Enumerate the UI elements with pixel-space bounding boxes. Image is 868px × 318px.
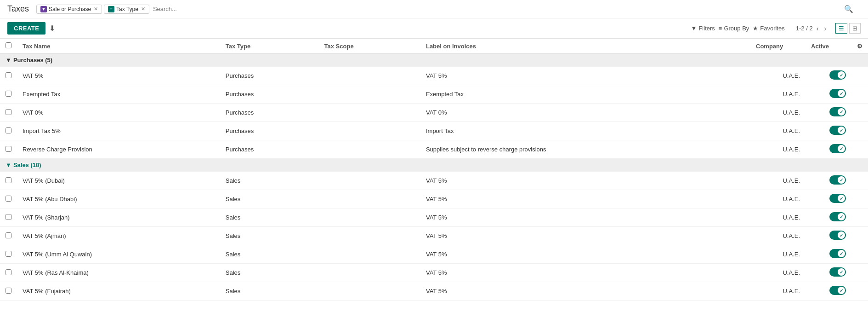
cell-tax-name: VAT 5% (Umm Al Quwain) xyxy=(17,245,220,264)
cell-tax-type: Sales xyxy=(220,208,319,227)
active-toggle[interactable]: ✓ xyxy=(829,89,846,98)
cell-tax-scope xyxy=(319,264,420,282)
pagination-next[interactable]: › xyxy=(822,24,828,33)
row-checkbox[interactable] xyxy=(6,251,11,257)
table-row[interactable]: Import Tax 5%PurchasesImport TaxU.A.E. ✓ xyxy=(0,122,868,140)
row-checkbox-cell xyxy=(0,245,17,264)
table-row[interactable]: VAT 5% (Umm Al Quwain)SalesVAT 5%U.A.E. … xyxy=(0,245,868,264)
filter-tags: ▼ Sale or Purchase ✕ ≡ Tax Type ✕ xyxy=(36,5,149,14)
filter-tag-sale-or-purchase[interactable]: ▼ Sale or Purchase ✕ xyxy=(36,5,102,14)
row-checkbox[interactable] xyxy=(6,91,11,97)
cell-adjust xyxy=(851,122,868,140)
cell-label-on-invoices: VAT 5% xyxy=(420,208,750,227)
table-row[interactable]: VAT 5% (Ajman)SalesVAT 5%U.A.E. ✓ xyxy=(0,227,868,245)
favorites-button[interactable]: ★ Favorites xyxy=(753,25,784,32)
row-checkbox[interactable] xyxy=(6,177,11,183)
cell-label-on-invoices: Import Tax xyxy=(420,122,750,140)
active-toggle[interactable]: ✓ xyxy=(829,249,846,258)
cell-active: ✓ xyxy=(806,104,851,122)
adjust-columns-icon[interactable]: ⚙ xyxy=(857,43,862,50)
table-row[interactable]: VAT 5% (Fujairah)SalesVAT 5%U.A.E. ✓ xyxy=(0,282,868,301)
header-label-on-invoices: Label on Invoices xyxy=(420,39,750,54)
cell-tax-type: Sales xyxy=(220,245,319,264)
header-tax-name: Tax Name xyxy=(17,39,220,54)
group-header-purchases[interactable]: ▼Purchases (5) xyxy=(0,54,868,67)
filter-icon-tax-type: ≡ xyxy=(108,6,114,12)
active-toggle[interactable]: ✓ xyxy=(829,107,846,116)
cell-tax-name: Import Tax 5% xyxy=(17,122,220,140)
table-row[interactable]: VAT 5% (Ras Al-Khaima)SalesVAT 5%U.A.E. … xyxy=(0,264,868,282)
cell-active: ✓ xyxy=(806,282,851,301)
active-toggle[interactable]: ✓ xyxy=(829,194,846,203)
cell-tax-name: VAT 5% (Fujairah) xyxy=(17,282,220,301)
active-toggle[interactable]: ✓ xyxy=(829,175,846,185)
cell-tax-scope xyxy=(319,122,420,140)
active-toggle[interactable]: ✓ xyxy=(829,126,846,135)
table-row[interactable]: VAT 5% (Sharjah)SalesVAT 5%U.A.E. ✓ xyxy=(0,208,868,227)
active-toggle[interactable]: ✓ xyxy=(829,286,846,295)
kanban-view-button[interactable]: ⊞ xyxy=(849,23,861,34)
filter-tag-tax-type[interactable]: ≡ Tax Type ✕ xyxy=(104,5,149,14)
filter-close-tax-type[interactable]: ✕ xyxy=(141,6,145,12)
active-toggle[interactable]: ✓ xyxy=(829,231,846,240)
filters-button[interactable]: ▼ Filters xyxy=(691,25,715,32)
pagination: 1-2 / 2 ‹ › xyxy=(796,24,828,33)
cell-company: U.A.E. xyxy=(750,122,806,140)
row-checkbox[interactable] xyxy=(6,196,11,202)
cell-tax-scope xyxy=(319,190,420,208)
cell-adjust xyxy=(851,104,868,122)
group-header-sales[interactable]: ▼Sales (18) xyxy=(0,159,868,172)
cell-tax-type: Sales xyxy=(220,190,319,208)
filter-icon: ▼ xyxy=(691,25,697,32)
cell-company: U.A.E. xyxy=(750,208,806,227)
cell-adjust xyxy=(851,227,868,245)
active-toggle[interactable]: ✓ xyxy=(829,267,846,277)
cell-active: ✓ xyxy=(806,227,851,245)
active-toggle[interactable]: ✓ xyxy=(829,144,846,153)
row-checkbox[interactable] xyxy=(6,72,11,78)
header-tax-type: Tax Type xyxy=(220,39,319,54)
list-view-button[interactable]: ☰ xyxy=(835,23,847,34)
table-row[interactable]: Reverse Charge ProvisionPurchasesSupplie… xyxy=(0,140,868,159)
row-checkbox[interactable] xyxy=(6,269,11,275)
table-row[interactable]: VAT 5%PurchasesVAT 5%U.A.E. ✓ xyxy=(0,67,868,85)
pagination-prev[interactable]: ‹ xyxy=(815,24,821,33)
header-adjust-col: ⚙ xyxy=(851,39,868,54)
table-row[interactable]: VAT 0%PurchasesVAT 0%U.A.E. ✓ xyxy=(0,104,868,122)
filter-close-sale-or-purchase[interactable]: ✕ xyxy=(94,6,98,12)
row-checkbox[interactable] xyxy=(6,146,11,152)
cell-tax-name: Exempted Tax xyxy=(17,85,220,104)
cell-company: U.A.E. xyxy=(750,104,806,122)
header-tax-scope: Tax Scope xyxy=(319,39,420,54)
row-checkbox-cell xyxy=(0,172,17,190)
table-row[interactable]: VAT 5% (Dubai)SalesVAT 5%U.A.E. ✓ xyxy=(0,172,868,190)
active-toggle[interactable]: ✓ xyxy=(829,212,846,221)
header-company: Company xyxy=(750,39,806,54)
favorites-icon: ★ xyxy=(753,25,758,32)
select-all-checkbox[interactable] xyxy=(6,42,11,48)
search-input[interactable] xyxy=(149,4,844,14)
cell-tax-scope xyxy=(319,67,420,85)
group-by-button[interactable]: ≡ Group By xyxy=(719,25,749,32)
filter-icon-sale-or-purchase: ▼ xyxy=(40,6,47,12)
cell-label-on-invoices: VAT 5% xyxy=(420,264,750,282)
table-row[interactable]: Exempted TaxPurchasesExempted TaxU.A.E. … xyxy=(0,85,868,104)
table-row[interactable]: VAT 5% (Abu Dhabi)SalesVAT 5%U.A.E. ✓ xyxy=(0,190,868,208)
cell-adjust xyxy=(851,67,868,85)
cell-tax-type: Sales xyxy=(220,264,319,282)
cell-tax-type: Purchases xyxy=(220,85,319,104)
active-toggle[interactable]: ✓ xyxy=(829,70,846,80)
header-active: Active xyxy=(806,39,851,54)
row-checkbox[interactable] xyxy=(6,288,11,294)
cell-tax-name: VAT 5% (Dubai) xyxy=(17,172,220,190)
row-checkbox[interactable] xyxy=(6,127,11,133)
row-checkbox[interactable] xyxy=(6,214,11,220)
row-checkbox-cell xyxy=(0,140,17,159)
download-button[interactable]: ⬇ xyxy=(49,24,55,33)
row-checkbox[interactable] xyxy=(6,232,11,238)
create-button[interactable]: CREATE xyxy=(7,22,45,35)
group-arrow-sales: ▼ xyxy=(6,162,11,168)
cell-active: ✓ xyxy=(806,122,851,140)
search-button[interactable]: 🔍 xyxy=(844,5,853,13)
row-checkbox[interactable] xyxy=(6,109,11,115)
